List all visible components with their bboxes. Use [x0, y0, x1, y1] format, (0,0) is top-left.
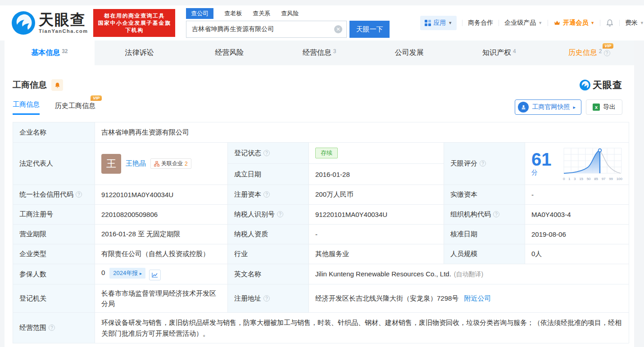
business-term-value: 2016-01-28 至 无固定期限	[95, 225, 228, 244]
apps-menu[interactable]: 应用 ▼	[420, 16, 457, 30]
related-companies-badge[interactable]: 关联企业 2	[150, 158, 191, 169]
search-tabs: 查公司 查老板 查关系 查风险	[186, 8, 390, 19]
main-content: 工商信息 天眼查 工商信息 VIP 历史工商信息	[5, 65, 634, 347]
search-input[interactable]	[186, 21, 347, 38]
subtab-business-info[interactable]: 工商信息	[13, 100, 40, 115]
open-vip-menu[interactable]: 开通会员 ▼	[553, 19, 594, 27]
help-icon[interactable]: ?	[263, 295, 270, 302]
search-tab-company[interactable]: 查公司	[186, 8, 213, 19]
status-badge: 存续	[315, 148, 338, 158]
user-menu[interactable]: 费米 ▼	[625, 19, 644, 27]
top-header: 天眼查 TianYanCha.com 都在用的商业查询工具 国家中小企业发展子基…	[0, 5, 644, 41]
search-tab-boss[interactable]: 查老板	[224, 8, 242, 19]
search-button[interactable]: 天眼一下	[349, 21, 390, 38]
chevron-down-icon: ▼	[640, 21, 644, 25]
help-icon[interactable]: ?	[277, 211, 283, 217]
table-row: 营业期限 2016-01-28 至 无固定期限 纳税人资质 - 核准日期 201…	[13, 225, 629, 244]
field-label: 营业期限	[13, 225, 95, 244]
score-distribution-chart[interactable]: 0131550859799100	[563, 146, 622, 181]
field-label: 组织机构代码?	[444, 205, 525, 225]
table-row: 企业类型 有限责任公司（自然人投资或控股） 行业 其他服务业 人员规模 0人	[13, 244, 629, 264]
subtab-history-business-info[interactable]: VIP 历史工商信息	[55, 102, 95, 115]
search-tab-relation[interactable]: 查关系	[253, 8, 270, 19]
tianyancha-logo[interactable]: 天眼查 TianYanCha.com	[12, 11, 88, 35]
tab-legal-litigation[interactable]: 法律诉讼	[95, 41, 185, 65]
tab-history-info[interactable]: VIP 历史信息 2 ?	[544, 41, 634, 65]
help-icon[interactable]: ?	[263, 191, 270, 198]
stamp-icon	[518, 102, 529, 113]
taxpayer-quality-value: -	[309, 225, 444, 244]
field-label: 注册地址?	[228, 284, 309, 313]
annual-report-link[interactable]: 2024年报 ▸	[109, 268, 145, 279]
tab-company-development[interactable]: 公司发展	[364, 41, 454, 65]
trend-chart-icon[interactable]	[149, 270, 161, 280]
help-icon[interactable]: ?	[49, 324, 55, 331]
slogan-line1: 都在用的商业查询工具	[97, 12, 171, 19]
field-label: 登记状态?	[228, 143, 309, 164]
score-value: 61	[531, 149, 552, 169]
brand-slogan: 都在用的商业查询工具 国家中小企业发展子基金旗下机构	[93, 9, 175, 37]
field-label: 企业名称	[13, 122, 95, 143]
official-snapshot-button[interactable]: 工商官网快照 ▸	[515, 99, 581, 115]
legal-rep-cell: 王 王艳晶 关联企业 2	[95, 143, 228, 185]
approval-date-value: 2019-08-06	[525, 225, 629, 244]
field-label: 核准日期	[444, 225, 525, 244]
reg-number-value: 220108200509806	[95, 205, 228, 225]
table-row: 经营范围? 环保设备研发与销售，废旧纺织品研发与销售，防寒大棚被加工与销售，时装…	[13, 313, 629, 343]
table-row: 法定代表人 王 王艳晶 关联企业 2	[13, 143, 629, 164]
insured-count-value: 0	[101, 269, 105, 276]
help-icon[interactable]: ?	[480, 160, 486, 167]
tab-basic-info[interactable]: 基本信息 32	[5, 41, 95, 65]
enterprise-products-menu[interactable]: 企业级产品 ▼	[504, 19, 542, 27]
chevron-down-icon: ▼	[538, 21, 542, 25]
help-icon[interactable]: ?	[493, 211, 499, 217]
establish-date-value: 2016-01-28	[309, 164, 444, 185]
section-title: 工商信息	[13, 79, 47, 91]
table-row: 企业名称 吉林省坤腾再生资源有限公司	[13, 122, 629, 143]
tab-operation-info[interactable]: 经营信息 3	[274, 41, 364, 65]
field-label: 经营范围?	[13, 313, 95, 343]
field-label: 企业类型	[13, 244, 95, 264]
reg-status-cell: 存续	[309, 143, 444, 164]
help-icon[interactable]: ?	[263, 150, 270, 156]
search-tab-risk[interactable]: 查风险	[281, 8, 299, 19]
clear-search-icon[interactable]: ✕	[334, 25, 342, 33]
notification-bell-icon[interactable]	[606, 19, 614, 27]
logo-swirl-icon	[12, 11, 35, 35]
crown-icon	[553, 19, 561, 27]
field-label: 英文名称	[228, 264, 309, 284]
org-code-value: MA0Y4003-4	[525, 205, 629, 225]
org-chart-icon	[154, 161, 159, 167]
vip-badge: VIP	[603, 43, 614, 49]
help-icon[interactable]: ?	[76, 191, 82, 198]
field-label: 工商注册号	[13, 205, 95, 225]
nearby-companies-link[interactable]: 附近公司	[464, 294, 491, 302]
avatar[interactable]: 王	[101, 154, 121, 174]
reg-address-value: 经济开发区长吉北线兴隆大街（安龙泉）7298号	[315, 294, 458, 302]
reg-capital-value: 200万人民币	[309, 185, 444, 205]
field-label: 统一社会信用代码?	[13, 185, 95, 205]
chevron-down-icon: ▼	[448, 21, 452, 25]
logo-text: 天眼查	[39, 12, 88, 27]
watermark-logo: 天眼查	[580, 79, 622, 91]
field-label: 登记机关	[13, 284, 95, 313]
credit-code-value: 91220101MA0Y40034U	[95, 185, 228, 205]
legal-rep-link[interactable]: 王艳晶	[126, 159, 146, 168]
field-label: 实缴资本	[444, 185, 525, 205]
field-label: 注册资本?	[228, 185, 309, 205]
auto-translate-note: (自动翻译)	[454, 270, 483, 278]
table-row: 统一社会信用代码? 91220101MA0Y40034U 注册资本? 200万人…	[13, 185, 629, 205]
insured-count-cell: 02024年报 ▸	[95, 264, 228, 284]
company-nav-tabs: 基本信息 32 法律诉讼 经营风险 经营信息 3 公司发展 知识产权 4 VIP…	[5, 41, 634, 65]
tab-operation-risk[interactable]: 经营风险	[184, 41, 274, 65]
tab-intellectual-property[interactable]: 知识产权 4	[454, 41, 544, 65]
business-info-table: 企业名称 吉林省坤腾再生资源有限公司 法定代表人 王 王艳晶	[13, 122, 629, 343]
business-cooperation-link[interactable]: 商务合作	[468, 19, 493, 27]
export-button[interactable]: x 导出	[586, 99, 622, 115]
apps-label: 应用	[433, 19, 446, 27]
help-icon[interactable]: ?	[604, 50, 610, 56]
username: 费米	[625, 19, 638, 27]
table-row: 工商注册号 220108200509806 纳税人识别号? 91220101MA…	[13, 205, 629, 225]
slogan-line2: 国家中小企业发展子基金旗下机构	[97, 19, 171, 34]
subscribe-bell-icon[interactable]	[51, 79, 63, 91]
